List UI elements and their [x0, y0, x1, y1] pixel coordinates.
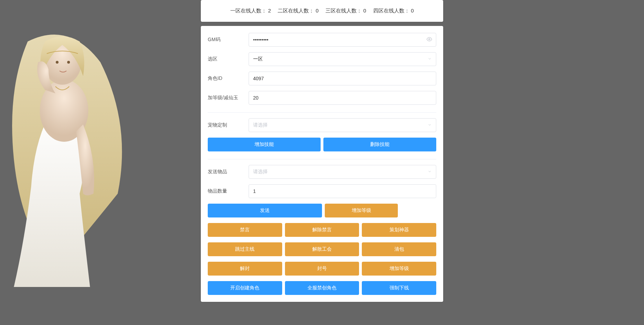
role-id-row: 角色ID: [208, 72, 436, 85]
zone2-stat: 二区在线人数： 0: [278, 8, 319, 14]
ban-button[interactable]: 封号: [285, 262, 359, 276]
gm-code-input[interactable]: [249, 33, 436, 47]
mute-button[interactable]: 禁言: [208, 223, 282, 237]
add-skill-button[interactable]: 增加技能: [208, 138, 321, 151]
chevron-down-icon: [428, 169, 432, 175]
pet-custom-select[interactable]: 请选择: [249, 118, 436, 132]
zone4-label: 四区在线人数：: [373, 8, 410, 13]
send-button[interactable]: 发送: [208, 204, 322, 217]
svg-point-0: [40, 80, 88, 142]
button-row-4: 跳过主线 解散工会 清包: [208, 242, 436, 256]
send-button-row: 发送 增加等级: [208, 204, 436, 217]
zone2-label: 二区在线人数：: [278, 8, 314, 13]
send-item-label: 发送物品: [208, 169, 249, 175]
planner-artifact-button[interactable]: 策划神器: [362, 223, 436, 237]
skip-main-button[interactable]: 跳过主线: [208, 242, 282, 256]
send-item-placeholder: 请选择: [253, 169, 268, 175]
svg-point-4: [429, 39, 430, 40]
divider: [208, 112, 436, 113]
item-count-input[interactable]: [249, 184, 436, 198]
disband-guild-button[interactable]: 解散工会: [285, 242, 359, 256]
zone4-stat: 四区在线人数： 0: [373, 8, 414, 14]
svg-point-1: [43, 40, 81, 85]
chevron-down-icon: [428, 123, 432, 128]
svg-point-2: [56, 61, 59, 64]
zone1-stat: 一区在线人数： 2: [230, 8, 271, 14]
character-illustration: [0, 21, 145, 297]
pet-custom-placeholder: 请选择: [253, 122, 268, 128]
zone2-value: 0: [316, 8, 319, 13]
enable-create-role-button[interactable]: 开启创建角色: [208, 281, 282, 295]
svg-point-3: [67, 61, 70, 64]
unmute-button[interactable]: 解除禁言: [285, 223, 359, 237]
add-level-button-2[interactable]: 增加等级: [362, 262, 436, 276]
gm-code-row: GM码: [208, 33, 436, 47]
pet-custom-row: 宠物定制 请选择: [208, 118, 436, 132]
online-stats-row: 一区在线人数： 2 二区在线人数： 0 三区在线人数： 0 四区在线人数： 0: [208, 8, 436, 14]
zone1-value: 2: [268, 8, 271, 13]
gm-code-label: GM码: [208, 37, 249, 43]
send-item-select[interactable]: 请选择: [249, 165, 436, 179]
unban-button[interactable]: 解封: [208, 262, 282, 276]
role-id-input[interactable]: [249, 72, 436, 85]
zone-label: 选区: [208, 56, 249, 62]
clear-bag-button[interactable]: 清包: [362, 242, 436, 256]
zone-select-value: 一区: [253, 56, 263, 62]
remove-skill-button[interactable]: 删除技能: [323, 138, 436, 151]
level-jade-label: 加等级/减仙玉: [208, 95, 249, 101]
eye-icon[interactable]: [427, 37, 432, 43]
item-count-label: 物品数量: [208, 188, 249, 194]
button-row-6: 开启创建角色 全服禁创角色 强制下线: [208, 281, 436, 295]
online-stats-card: 一区在线人数： 2 二区在线人数： 0 三区在线人数： 0 四区在线人数： 0: [201, 0, 443, 22]
zone3-stat: 三区在线人数： 0: [325, 8, 366, 14]
server-disable-create-role-button[interactable]: 全服禁创角色: [285, 281, 359, 295]
button-row-5: 解封 封号 增加等级: [208, 262, 436, 276]
zone1-label: 一区在线人数：: [230, 8, 267, 13]
skill-button-row: 增加技能 删除技能: [208, 138, 436, 151]
force-logout-button[interactable]: 强制下线: [362, 281, 436, 295]
gm-form-card: GM码 选区 一区: [201, 26, 443, 302]
button-row-3: 禁言 解除禁言 策划神器: [208, 223, 436, 237]
add-level-button[interactable]: 增加等级: [325, 204, 398, 217]
pet-custom-label: 宠物定制: [208, 122, 249, 128]
role-id-label: 角色ID: [208, 75, 249, 82]
divider: [208, 159, 436, 159]
zone-select[interactable]: 一区: [249, 52, 436, 66]
zone4-value: 0: [411, 8, 414, 13]
send-item-row: 发送物品 请选择: [208, 165, 436, 179]
zone3-label: 三区在线人数：: [325, 8, 362, 13]
level-jade-input[interactable]: [249, 91, 436, 105]
item-count-row: 物品数量: [208, 184, 436, 198]
level-jade-row: 加等级/减仙玉: [208, 91, 436, 105]
zone-row: 选区 一区: [208, 52, 436, 66]
zone3-value: 0: [363, 8, 366, 13]
chevron-down-icon: [428, 57, 432, 62]
